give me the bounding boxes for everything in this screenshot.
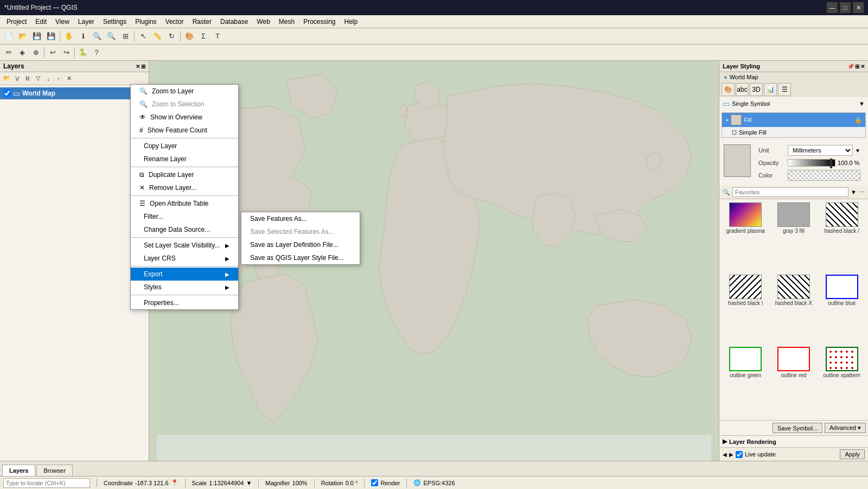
menu-plugins[interactable]: Plugins (131, 17, 161, 27)
ctx-rename-layer[interactable]: Rename Layer (131, 153, 238, 166)
ctx-styles[interactable]: Styles (131, 281, 238, 294)
forward-btn[interactable]: ▶ (729, 452, 733, 458)
favorites-dropdown-icon[interactable]: ▼ (851, 189, 857, 195)
digitize-btn[interactable]: ✏ (2, 46, 15, 59)
open-btn[interactable]: 📂 (16, 30, 29, 43)
redo-btn[interactable]: ↪ (60, 46, 73, 59)
color-swatch[interactable] (788, 170, 860, 181)
paint-tab[interactable]: 🎨 (722, 83, 735, 96)
menu-processing[interactable]: Processing (299, 17, 340, 27)
collapse-all-btn[interactable]: ↑ (54, 74, 63, 84)
menu-layer[interactable]: Layer (74, 17, 99, 27)
menu-edit[interactable]: Edit (31, 17, 51, 27)
layer-checkbox[interactable] (3, 90, 11, 97)
swatch-gradient-plasma[interactable]: gradient plasma (723, 202, 769, 272)
ctx-open-attribute-table[interactable]: ☰ Open Attribute Table (131, 197, 238, 210)
ctx-copy-layer[interactable]: Copy Layer (131, 139, 238, 153)
apply-btn[interactable]: Apply (840, 449, 865, 459)
styling-pin-btn[interactable]: 📌 (847, 63, 854, 69)
symbol-type-dropdown[interactable]: ▼ (859, 100, 865, 107)
live-update-checkbox[interactable] (736, 451, 743, 458)
maximize-btn[interactable]: □ (840, 2, 851, 13)
locate-input[interactable] (3, 478, 90, 488)
menu-database[interactable]: Database (216, 17, 252, 27)
tab-layers[interactable]: Layers (2, 465, 35, 476)
ctx-save-features-as[interactable]: Save Features As... (241, 212, 360, 225)
add-raster-btn[interactable]: R (23, 74, 33, 84)
favorites-search-input[interactable] (732, 187, 848, 197)
abc-tab[interactable]: abc (736, 83, 749, 96)
menu-settings[interactable]: Settings (99, 17, 131, 27)
undo-btn[interactable]: ↩ (46, 46, 59, 59)
layers-options-btn[interactable]: ✕ (136, 63, 140, 69)
save-as-btn[interactable]: 💾 (44, 30, 58, 43)
refresh-btn[interactable]: ↻ (165, 30, 178, 43)
swatch-hashed-black-slash[interactable]: hashed black / (819, 202, 865, 272)
text-btn[interactable]: T (211, 30, 224, 43)
zoom-out-btn[interactable]: 🔍 (105, 30, 118, 43)
histogram-tab[interactable]: 📊 (764, 83, 777, 96)
menu-vector[interactable]: Vector (161, 17, 188, 27)
advanced-btn[interactable]: Advanced ▾ (825, 423, 866, 433)
measure-btn[interactable]: 📏 (151, 30, 164, 43)
ctx-show-feature-count[interactable]: # Show Feature Count (131, 124, 238, 137)
menu-raster[interactable]: Raster (188, 17, 216, 27)
filter-layer-btn[interactable]: ▽ (33, 74, 43, 84)
styling-close-btn[interactable]: ✕ (860, 63, 865, 69)
ctx-save-qgis-style[interactable]: Save as QGIS Layer Style File... (241, 251, 360, 264)
unit-select[interactable]: Millimeters (788, 145, 853, 156)
unit-arrow-icon[interactable]: ▼ (855, 148, 860, 154)
save-btn[interactable]: 💾 (30, 30, 43, 43)
layer-item-worldmap[interactable]: ▭ World Map (0, 87, 149, 99)
layer-rendering-header[interactable]: ▶ Layer Rendering (723, 438, 865, 445)
ctx-properties[interactable]: Properties... (131, 296, 238, 309)
swatch-outline-xpattern[interactable]: outline xpattern (819, 347, 865, 417)
help-btn[interactable]: ? (90, 46, 103, 59)
move-btn[interactable]: ⊕ (29, 46, 42, 59)
ctx-export[interactable]: Export (131, 268, 238, 281)
ctx-show-in-overview[interactable]: 👁 Show in Overview (131, 111, 238, 124)
menu-view[interactable]: View (51, 17, 74, 27)
save-symbol-btn[interactable]: Save Symbol... (773, 423, 822, 433)
swatch-outline-red[interactable]: outline red (771, 347, 817, 417)
ctx-remove-layer[interactable]: ✕ Remove Layer... (131, 181, 238, 194)
minimize-btn[interactable]: — (827, 2, 838, 13)
back-btn[interactable]: ◀ (723, 452, 727, 458)
fill-row[interactable]: + Fill 🔒 (722, 113, 865, 127)
window-controls[interactable]: — □ ✕ (827, 2, 864, 13)
3d-tab[interactable]: 3D (750, 83, 763, 96)
ctx-change-data-source[interactable]: Change Data Source... (131, 223, 238, 236)
menu-help[interactable]: Help (340, 17, 362, 27)
swatch-hashed-black-x[interactable]: hashed black X (771, 275, 817, 345)
ctx-zoom-to-layer[interactable]: 🔍 Zoom to Layer (131, 85, 238, 98)
open-layer-btn[interactable]: 📂 (2, 74, 12, 84)
close-btn[interactable]: ✕ (853, 2, 864, 13)
ctx-set-scale-visibility[interactable]: Set Layer Scale Visibility... (131, 239, 238, 252)
tab-browser[interactable]: Browser (36, 465, 72, 476)
ctx-layer-crs[interactable]: Layer CRS (131, 252, 238, 265)
ctx-save-layer-definition[interactable]: Save as Layer Definition File... (241, 238, 360, 251)
calculator-btn[interactable]: Σ (197, 30, 210, 43)
swatch-hashed-black-bslash[interactable]: hashed black \ (723, 275, 769, 345)
fill-sub-row[interactable]: ◻ Simple Fill (722, 127, 865, 137)
menu-mesh[interactable]: Mesh (275, 17, 299, 27)
legend-tab[interactable]: ☰ (778, 83, 791, 96)
menu-web[interactable]: Web (252, 17, 274, 27)
select-btn[interactable]: ↖ (137, 30, 150, 43)
identify-btn[interactable]: ℹ (76, 30, 90, 43)
zoom-in-btn[interactable]: 🔍 (91, 30, 104, 43)
ctx-filter[interactable]: Filter... (131, 210, 238, 223)
swatch-outline-green[interactable]: outline green (723, 347, 769, 417)
render-checkbox[interactable] (371, 479, 378, 486)
remove-layer-btn[interactable]: ✕ (64, 74, 74, 84)
python-btn[interactable]: 🐍 (76, 46, 90, 59)
swatch-gray-3-fill[interactable]: gray 3 fill (771, 202, 817, 272)
swatch-outline-blue[interactable]: outline blue (819, 275, 865, 345)
layers-float-btn[interactable]: ⊞ (141, 63, 145, 69)
ctx-duplicate-layer[interactable]: ⧉ Duplicate Layer (131, 168, 238, 181)
node-tool-btn[interactable]: ◈ (16, 46, 29, 59)
new-btn[interactable]: 📄 (2, 30, 15, 43)
favorites-options-icon[interactable]: ⋯ (859, 189, 865, 196)
expand-all-btn[interactable]: ↓ (43, 74, 53, 84)
styling-float-btn[interactable]: ⊞ (855, 63, 859, 69)
